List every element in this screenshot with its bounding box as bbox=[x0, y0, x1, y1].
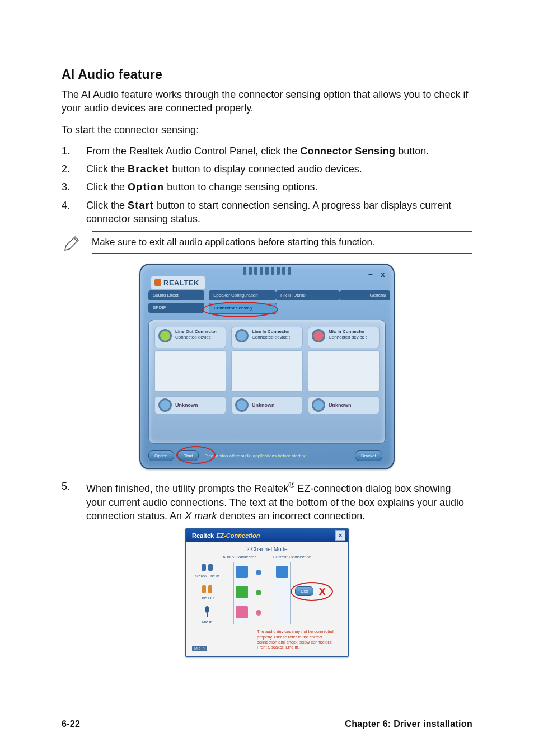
jack-icon bbox=[158, 398, 172, 412]
footer-rule bbox=[62, 712, 472, 712]
jack-pink-icon bbox=[312, 329, 325, 342]
device-mic-in: Mic In bbox=[191, 605, 223, 624]
channel-mode-label: 2 Channel Mode bbox=[191, 546, 343, 552]
tab-spdif[interactable]: SPDIF bbox=[148, 303, 204, 313]
device-label: Line Out bbox=[200, 596, 214, 600]
svg-rect-4 bbox=[205, 606, 209, 613]
step-2: 2. Click the Bracket button to display c… bbox=[62, 162, 472, 176]
close-icon[interactable]: × bbox=[335, 530, 345, 541]
svg-rect-0 bbox=[202, 564, 206, 571]
close-icon[interactable]: x bbox=[379, 270, 387, 278]
step-text: button to display connected audio device… bbox=[172, 163, 362, 175]
start-button[interactable]: Start bbox=[177, 450, 199, 461]
col-current-connection: Current Connection bbox=[273, 555, 311, 560]
tab-connector-sensing[interactable]: Connector Sensing bbox=[209, 303, 277, 314]
device-line-out: Line Out bbox=[191, 584, 223, 600]
audio-connector-column bbox=[233, 562, 250, 624]
device-listbox[interactable] bbox=[154, 350, 226, 392]
bold-term: Connector Sensing bbox=[300, 145, 395, 157]
step-4: 4. Click the Start button to start conne… bbox=[62, 199, 472, 226]
svg-rect-1 bbox=[208, 564, 213, 571]
step-text: Click the bbox=[86, 181, 128, 192]
note-block: Make sure to exit all audio applications… bbox=[62, 231, 472, 256]
bold-term: Bracket bbox=[128, 163, 169, 175]
step-text: button to change sensing options. bbox=[167, 181, 317, 192]
step-text: From the Realtek Audio Control Panel, cl… bbox=[86, 145, 300, 157]
jack-lime-icon bbox=[158, 329, 172, 342]
minimize-icon[interactable]: – bbox=[367, 270, 374, 278]
realtek-panel-screenshot: – x REALTEK Sound Effect Speaker Configu… bbox=[139, 264, 395, 469]
italic-term: X mark bbox=[185, 510, 217, 522]
step-text: denotes an incorrect connection. bbox=[217, 510, 365, 522]
dot-icon bbox=[256, 590, 261, 595]
device-label: Mic In bbox=[202, 620, 213, 624]
bracket-button[interactable]: Bracket bbox=[355, 450, 382, 461]
unknown-connector: Unknown bbox=[231, 396, 303, 414]
steps-list-cont: 5. When finished, the utility prompts th… bbox=[62, 480, 472, 523]
warning-text: The audio devices may not be connected p… bbox=[257, 629, 343, 650]
unknown-connector: Unknown bbox=[308, 396, 380, 414]
lead-in: To start the connector sensing: bbox=[62, 123, 472, 137]
bold-term: Start bbox=[128, 200, 154, 211]
note-pencil-icon bbox=[62, 231, 92, 256]
device-stereo-line-in: Stereo Line In bbox=[191, 562, 223, 578]
device-listbox[interactable] bbox=[308, 350, 380, 392]
connector-sub: Connected device : bbox=[175, 335, 217, 340]
dialog-title-ez: EZ-Connection bbox=[216, 532, 260, 539]
connector-title: Line In Connector bbox=[252, 329, 291, 335]
intro-paragraph: The AI Audio feature works through the c… bbox=[62, 88, 472, 115]
connector-sub: Connected device : bbox=[252, 335, 291, 340]
bold-term: Option bbox=[128, 181, 164, 192]
mic-in-footer-label: Mic In bbox=[192, 646, 207, 651]
tab-speaker-configuration[interactable]: Speaker Configuration bbox=[209, 290, 276, 300]
connector-title: Mic In Connector bbox=[329, 329, 367, 335]
status-message: Please stop other audio applications bef… bbox=[202, 453, 354, 458]
dialog-title-brand: Realtek bbox=[192, 532, 214, 539]
jack-icon bbox=[312, 398, 325, 412]
exit-button[interactable]: Exit bbox=[295, 586, 313, 596]
step-text: When finished, the utility prompts the R… bbox=[86, 483, 288, 494]
device-label: Stereo Line In bbox=[195, 574, 219, 578]
unknown-label: Unknown bbox=[252, 402, 275, 408]
col-audio-connector: Audio Connector bbox=[223, 555, 256, 560]
unknown-label: Unknown bbox=[329, 402, 352, 408]
line-out-connector: Line Out Connector Connected device : bbox=[154, 327, 226, 348]
svg-rect-2 bbox=[202, 585, 206, 593]
connector-sub: Connected device : bbox=[329, 335, 367, 340]
dot-icon bbox=[256, 610, 261, 616]
mic-in-connector: Mic In Connector Connected device : bbox=[308, 327, 380, 348]
ez-connection-dialog-screenshot: Realtek EZ-Connection × 2 Channel Mode A… bbox=[185, 528, 349, 657]
dialog-titlebar: Realtek EZ-Connection × bbox=[186, 529, 348, 542]
svg-rect-3 bbox=[208, 585, 212, 593]
tab-sound-effect[interactable]: Sound Effect bbox=[148, 290, 204, 300]
step-1: 1. From the Realtek Audio Control Panel,… bbox=[62, 144, 472, 158]
step-5: 5. When finished, the utility prompts th… bbox=[62, 480, 472, 523]
tab-hrtf-demo[interactable]: HRTF Demo bbox=[276, 290, 340, 300]
jack-blue-icon bbox=[235, 329, 249, 342]
x-mark-icon: X bbox=[318, 585, 326, 598]
device-listbox[interactable] bbox=[231, 350, 303, 392]
chapter-label: Chapter 6: Driver installation bbox=[345, 719, 472, 729]
connector-title: Line Out Connector bbox=[175, 329, 217, 335]
dot-icon bbox=[256, 570, 261, 575]
step-3: 3. Click the Option button to change sen… bbox=[62, 180, 472, 194]
jack-icon bbox=[235, 398, 249, 412]
current-connection-column bbox=[274, 562, 291, 624]
line-in-connector: Line In Connector Connected device : bbox=[231, 327, 303, 348]
page-number: 6-22 bbox=[62, 719, 80, 729]
svg-rect-5 bbox=[207, 613, 208, 617]
section-heading: AI Audio feature bbox=[62, 67, 472, 82]
option-button[interactable]: Option bbox=[148, 450, 174, 461]
step-text: Click the bbox=[86, 200, 128, 211]
step-text: Click the bbox=[86, 163, 128, 175]
tab-general[interactable]: General bbox=[340, 290, 390, 300]
realtek-logo: REALTEK bbox=[151, 276, 205, 290]
unknown-label: Unknown bbox=[175, 402, 198, 408]
note-text: Make sure to exit all audio applications… bbox=[92, 236, 472, 249]
registered-mark: ® bbox=[288, 480, 294, 490]
step-text: button. bbox=[398, 145, 429, 157]
unknown-connector: Unknown bbox=[154, 396, 226, 414]
steps-list: 1. From the Realtek Audio Control Panel,… bbox=[62, 144, 472, 226]
